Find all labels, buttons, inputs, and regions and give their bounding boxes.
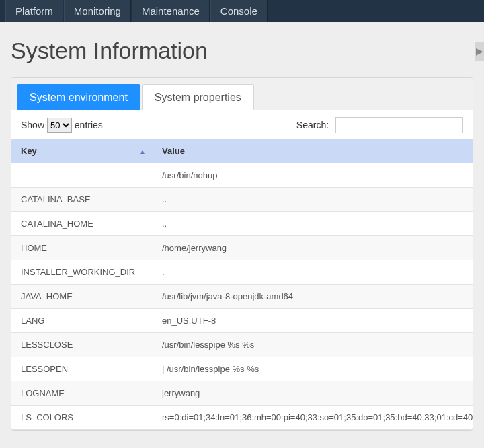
tab-bar: System environment System properties	[11, 78, 473, 110]
scroll-right-icon[interactable]: ▶	[475, 42, 484, 61]
show-label: Show	[21, 120, 44, 130]
table-row: LANGen_US.UTF-8	[11, 309, 473, 333]
search-label: Search:	[296, 120, 329, 130]
top-nav: Platform Monitoring Maintenance Console	[0, 0, 484, 22]
length-menu: Show 50 entries	[21, 118, 103, 133]
nav-console[interactable]: Console	[210, 0, 268, 22]
page-title: System Information	[11, 38, 484, 64]
col-header-key[interactable]: Key ▲	[11, 139, 153, 163]
nav-monitoring[interactable]: Monitoring	[64, 0, 131, 22]
env-key: HOME	[11, 236, 153, 260]
env-key: LESSOPEN	[11, 357, 153, 381]
tab-system-environment[interactable]: System environment	[17, 84, 140, 110]
table-row: CATALINA_HOME..	[11, 212, 473, 236]
env-value: ..	[153, 188, 473, 212]
table-row: LESSCLOSE/usr/bin/lesspipe %s %s	[11, 333, 473, 357]
tab-system-properties[interactable]: System properties	[142, 84, 254, 110]
table-row: LESSOPEN| /usr/bin/lesspipe %s %s	[11, 357, 473, 381]
env-key: LS_COLORS	[11, 406, 153, 430]
env-table: Key ▲ Value _/usr/bin/nohupCATALINA_BASE…	[11, 139, 473, 430]
col-header-value[interactable]: Value	[153, 139, 473, 163]
env-value: rs=0:di=01;34:ln=01;36:mh=00:pi=40;33:so…	[153, 406, 473, 430]
table-row: LS_COLORSrs=0:di=01;34:ln=01;36:mh=00:pi…	[11, 406, 473, 430]
table-row: LOGNAMEjerrywang	[11, 381, 473, 406]
env-value: | /usr/bin/lesspipe %s %s	[153, 357, 473, 381]
env-key: JAVA_HOME	[11, 285, 153, 309]
entries-select[interactable]: 50	[47, 118, 72, 133]
env-value: /usr/bin/lesspipe %s %s	[153, 333, 473, 357]
env-key: _	[11, 163, 153, 188]
env-value: jerrywang	[153, 381, 473, 406]
env-key: INSTALLER_WORKING_DIR	[11, 260, 153, 285]
env-value: /home/jerrywang	[153, 236, 473, 260]
env-value: ..	[153, 212, 473, 236]
env-key: CATALINA_HOME	[11, 212, 153, 236]
nav-maintenance[interactable]: Maintenance	[132, 0, 210, 22]
table-controls: Show 50 entries Search:	[11, 110, 473, 139]
table-row: CATALINA_BASE..	[11, 188, 473, 212]
env-value: /usr/lib/jvm/java-8-openjdk-amd64	[153, 285, 473, 309]
system-info-panel: System environment System properties Sho…	[11, 77, 473, 431]
col-header-value-label: Value	[162, 146, 185, 156]
col-header-key-label: Key	[21, 146, 37, 156]
entries-label: entries	[75, 120, 103, 130]
search-input[interactable]	[335, 117, 463, 133]
env-value: en_US.UTF-8	[153, 309, 473, 333]
table-row: HOME/home/jerrywang	[11, 236, 473, 260]
search-box: Search:	[296, 117, 463, 133]
table-row: JAVA_HOME/usr/lib/jvm/java-8-openjdk-amd…	[11, 285, 473, 309]
env-key: LANG	[11, 309, 153, 333]
env-key: LOGNAME	[11, 381, 153, 406]
env-key: CATALINA_BASE	[11, 188, 153, 212]
table-row: INSTALLER_WORKING_DIR.	[11, 260, 473, 285]
env-key: LESSCLOSE	[11, 333, 153, 357]
sort-asc-icon: ▲	[139, 147, 146, 155]
env-value: .	[153, 260, 473, 285]
nav-platform[interactable]: Platform	[5, 0, 63, 22]
env-value: /usr/bin/nohup	[153, 163, 473, 188]
table-row: _/usr/bin/nohup	[11, 163, 473, 188]
